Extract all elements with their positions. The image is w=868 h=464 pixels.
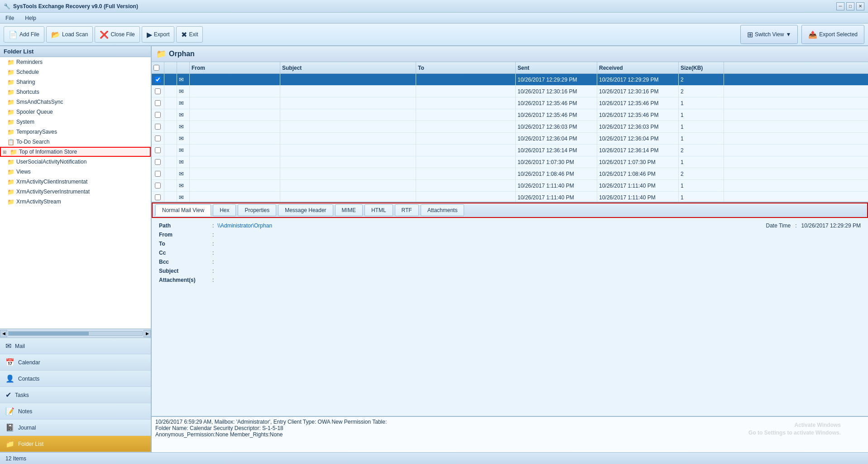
row-checkbox-cell[interactable]: [152, 133, 164, 144]
row-checkbox-cell[interactable]: [152, 145, 164, 156]
nav-tasks[interactable]: ✔ Tasks: [0, 387, 151, 403]
row-sent: 10/26/2017 12:29:29 PM: [516, 74, 597, 85]
row-col2: [164, 74, 177, 85]
switch-view-button[interactable]: ⊞ Switch View ▼: [740, 25, 798, 44]
row-checkbox-cell[interactable]: [152, 109, 164, 121]
orphan-title-bar: 📁 Orphan: [152, 46, 868, 62]
folder-item-sharing[interactable]: 📁 Sharing: [0, 77, 151, 87]
title-bar-left: 🔧 SysTools Exchange Recovery v9.0 (Full …: [4, 3, 138, 10]
nav-folder-list[interactable]: 📁 Folder List: [0, 436, 151, 452]
folder-item-schedule[interactable]: 📁 Schedule: [0, 67, 151, 77]
row-checkbox[interactable]: [155, 171, 161, 177]
export-button[interactable]: ▶ Export: [142, 26, 175, 43]
folder-item-system[interactable]: 📁 System: [0, 117, 151, 127]
tab-rtf[interactable]: RTF: [395, 204, 419, 216]
folder-item-reminders[interactable]: 📁 Reminders: [0, 57, 151, 67]
row-sent: 10/26/2017 1:07:30 PM: [516, 156, 597, 168]
folder-list[interactable]: 📁 Reminders 📁 Schedule 📁 Sharing 📁 Short…: [0, 57, 151, 329]
tab-mime[interactable]: MIME: [335, 204, 363, 216]
col-subject[interactable]: Subject: [280, 62, 416, 73]
scroll-left[interactable]: ◀: [0, 330, 7, 337]
nav-journal[interactable]: 📓 Journal: [0, 420, 151, 436]
tab-message-header[interactable]: Message Header: [278, 204, 333, 216]
menu-help[interactable]: Help: [23, 14, 38, 22]
row-from: [190, 145, 280, 156]
row-checkbox[interactable]: [155, 88, 161, 94]
row-checkbox[interactable]: [155, 112, 161, 118]
row-checkbox-cell[interactable]: [152, 168, 164, 179]
folder-item-xrmclient[interactable]: 📁 XrmActivityClientInstrumentat: [0, 177, 151, 187]
export-selected-button[interactable]: 📤 Export Selected: [801, 25, 864, 44]
email-row[interactable]: ✉ 10/26/2017 1:11:40 PM 10/26/2017 1:11:…: [152, 192, 868, 202]
col-from[interactable]: From: [190, 62, 280, 73]
folder-item-todo[interactable]: 📋 To-Do Search: [0, 137, 151, 147]
select-all-checkbox[interactable]: [153, 65, 159, 71]
nav-contacts[interactable]: 👤 Contacts: [0, 371, 151, 387]
col-checkbox[interactable]: [152, 62, 164, 73]
row-checkbox[interactable]: [155, 124, 161, 130]
col-received[interactable]: Received: [597, 62, 679, 73]
row-checkbox[interactable]: [155, 77, 161, 82]
add-file-button[interactable]: 📄 Add File: [4, 26, 44, 43]
path-value[interactable]: \\Administrator\Orphan: [217, 222, 272, 229]
email-row[interactable]: ✉ 10/26/2017 1:07:30 PM 10/26/2017 1:07:…: [152, 156, 868, 168]
minimize-button[interactable]: ─: [836, 2, 844, 10]
folder-item-spooler[interactable]: 📁 Spooler Queue: [0, 107, 151, 117]
nav-notes[interactable]: 📝 Notes: [0, 403, 151, 420]
email-row[interactable]: ✉ 10/26/2017 12:36:04 PM 10/26/2017 12:3…: [152, 133, 868, 145]
email-row[interactable]: ✉ 10/26/2017 1:08:46 PM 10/26/2017 1:08:…: [152, 168, 868, 180]
row-checkbox[interactable]: [155, 183, 161, 188]
row-checkbox[interactable]: [155, 159, 161, 165]
folder-icon: 📁: [7, 99, 14, 106]
row-checkbox-cell[interactable]: [152, 97, 164, 109]
items-count: 12 Items: [5, 455, 26, 462]
row-checkbox-cell[interactable]: [152, 180, 164, 191]
row-checkbox-cell[interactable]: [152, 156, 164, 168]
close-button[interactable]: ✕: [856, 2, 864, 10]
email-row[interactable]: ✉ 10/26/2017 12:30:16 PM 10/26/2017 12:3…: [152, 86, 868, 97]
col-to[interactable]: To: [416, 62, 516, 73]
folder-item-xrmstream[interactable]: 📁 XrmActivityStream: [0, 197, 151, 207]
row-checkbox[interactable]: [155, 194, 161, 200]
row-checkbox-cell[interactable]: [152, 86, 164, 97]
row-checkbox[interactable]: [155, 135, 161, 141]
tab-hex[interactable]: Hex: [213, 204, 236, 216]
preview-subject-row: Subject :: [159, 268, 861, 274]
add-file-icon: 📄: [9, 30, 18, 39]
email-row[interactable]: ✉ 10/26/2017 12:35:46 PM 10/26/2017 12:3…: [152, 109, 868, 121]
folder-item-tempsaves[interactable]: 📁 TemporarySaves: [0, 127, 151, 137]
tab-properties[interactable]: Properties: [238, 204, 276, 216]
email-row[interactable]: ✉ 10/26/2017 12:36:14 PM 10/26/2017 12:3…: [152, 145, 868, 156]
email-row[interactable]: ✉ 10/26/2017 1:11:40 PM 10/26/2017 1:11:…: [152, 180, 868, 192]
folder-item-xrmserver[interactable]: 📁 XrmActivityServerInstrumentat: [0, 187, 151, 197]
nav-calendar[interactable]: 📅 Calendar: [0, 354, 151, 371]
folder-item-shortcuts[interactable]: 📁 Shortcuts: [0, 87, 151, 97]
row-checkbox-cell[interactable]: [152, 74, 164, 85]
load-scan-button[interactable]: 📂 Load Scan: [46, 26, 93, 43]
maximize-button[interactable]: □: [846, 2, 854, 10]
app-title: SysTools Exchange Recovery v9.0 (Full Ve…: [13, 3, 138, 10]
row-checkbox[interactable]: [155, 100, 161, 106]
close-file-button[interactable]: ❌ Close File: [95, 26, 139, 43]
folder-icon: 📁: [7, 198, 14, 205]
tab-normal-mail-view[interactable]: Normal Mail View: [155, 204, 211, 216]
tab-attachments[interactable]: Attachments: [421, 204, 465, 216]
tab-html[interactable]: HTML: [364, 204, 393, 216]
col-sent[interactable]: Sent: [516, 62, 597, 73]
folder-item-views[interactable]: 📁 Views: [0, 167, 151, 177]
row-checkbox[interactable]: [155, 147, 161, 153]
email-row[interactable]: ✉ 10/26/2017 12:29:29 PM 10/26/2017 12:2…: [152, 74, 868, 86]
folder-item-smschats[interactable]: 📁 SmsAndChatsSync: [0, 97, 151, 107]
row-checkbox-cell[interactable]: [152, 192, 164, 202]
menu-file[interactable]: File: [4, 14, 16, 22]
folder-item-top-info[interactable]: ⊞ 📁 Top of Information Store: [0, 147, 151, 157]
scroll-right[interactable]: ▶: [144, 330, 151, 337]
nav-mail[interactable]: ✉ Mail: [0, 338, 151, 354]
row-checkbox-cell[interactable]: [152, 121, 164, 132]
email-row[interactable]: ✉ 10/26/2017 12:35:46 PM 10/26/2017 12:3…: [152, 97, 868, 109]
email-row[interactable]: ✉ 10/26/2017 12:36:03 PM 10/26/2017 12:3…: [152, 121, 868, 133]
col-size[interactable]: Size(KB): [679, 62, 724, 73]
folder-item-usersocial[interactable]: 📁 UserSocialActivityNotification: [0, 157, 151, 167]
email-rows[interactable]: ✉ 10/26/2017 12:29:29 PM 10/26/2017 12:2…: [152, 74, 868, 202]
exit-button[interactable]: ✖ Exit: [176, 26, 203, 43]
